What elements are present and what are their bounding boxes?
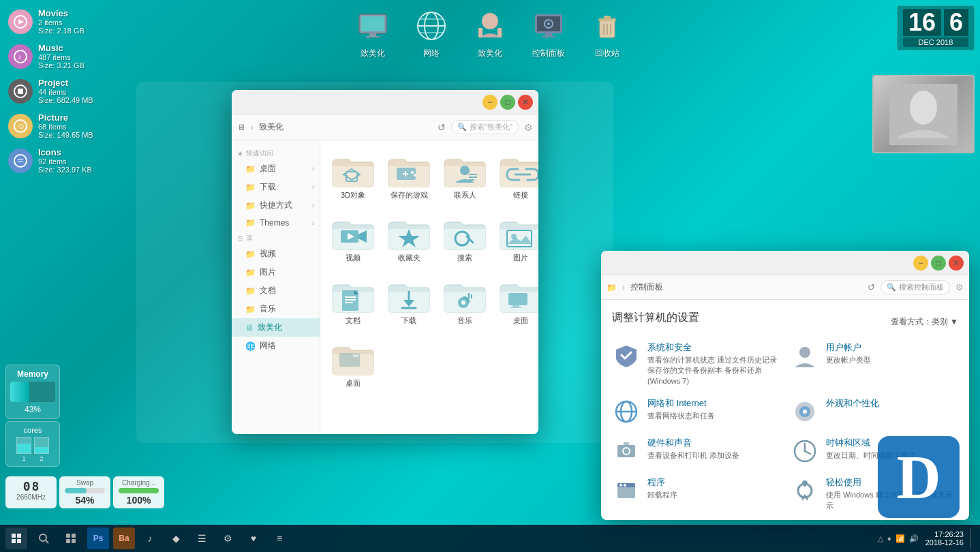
clock-day: 16 [903,9,941,36]
photo-placeholder [874,76,973,152]
cp-maximize-button[interactable]: □ [931,256,946,271]
sidebar-item-shortcuts[interactable]: 📁 快捷方式 › [232,196,320,215]
desktop-icon-zhimeihua2[interactable]: 致美化 [471,7,509,59]
cp-item-programs[interactable]: 程序 卸载程序 [612,476,780,511]
zhimeihua2-icon [471,7,509,45]
cp-item-appearance[interactable]: 外观和个性化 [791,397,958,426]
taskbar-icon5[interactable]: ☰ [191,527,213,549]
folder-music[interactable]: 音乐 [439,273,491,331]
fm-addressbar: 🖥 › 致美化 ↺ 🔍 搜索"致美化" ⚙ [232,114,538,140]
svg-rect-31 [604,16,611,18]
clock-widget: 16 6 DEC 2018 [897,5,975,50]
folder-links[interactable]: 链接 [495,147,538,206]
desktop-icon-zhimeihua1[interactable]: 致美化 [354,7,392,59]
cpu-widget: 0 8 2660MHz [5,476,57,508]
network-tray-icon: 📶 [895,534,905,543]
folder-icon-small5: 📁 [245,249,256,259]
fm-window: − □ ✕ 🖥 › 致美化 ↺ 🔍 搜索"致美化" ⚙ ★ 快速访问 📁 桌面 … [232,90,538,434]
taskbar-icon7[interactable]: ♥ [243,527,264,549]
fm-back-button[interactable]: ↺ [438,122,446,133]
folder-favorites[interactable]: 收藏夹 [383,210,435,269]
file-item-movies[interactable]: Movies 2 items Size: 2.18 GB [4,5,112,37]
sidebar-item-network[interactable]: 🌐 网络 [232,337,320,355]
fm-maximize-button[interactable]: □ [500,95,515,110]
desktop-icon-network[interactable]: 网络 [412,7,450,59]
file-item-project[interactable]: Project 44 items Size: 682.49 MB [4,75,112,107]
cp-item-system-security[interactable]: 系统和安全 查看你的计算机状态 通过文件历史记录保存你的文件备份副本 备份和还原… [612,341,780,386]
sidebar-item-docs[interactable]: 📁 文档 [232,281,320,300]
sidebar-item-desktop[interactable]: 📁 桌面 › [232,159,320,178]
svg-text:♪: ♪ [18,52,22,61]
svg-rect-69 [508,293,527,305]
fm-folder-grid: 3D对象 保存的游戏 [327,147,532,331]
folder-videos[interactable]: 视频 [327,210,379,269]
taskbar-ba-icon[interactable]: Ba [113,527,135,549]
folder-pictures[interactable]: 图片 [495,210,538,269]
cpu-freq: 2660MHz [11,493,51,501]
cp-item-network[interactable]: 网络和 Internet 查看网络状态和任务 [612,397,780,426]
svg-line-101 [46,540,48,543]
cp-item-user-accounts[interactable]: 用户帐户 更改帐户类型 [791,341,958,386]
sidebar-item-downloads[interactable]: 📁 下载 › [232,178,320,196]
folder-desktop2[interactable]: 桌面 [327,335,378,394]
sidebar-item-themes[interactable]: 📁 Themes › [232,215,320,231]
cp-options-button[interactable]: ⚙ [955,282,964,292]
folder-icon-small7: 📁 [245,286,256,296]
folder-downloads[interactable]: 下载 [383,273,435,331]
svg-point-74 [799,347,810,358]
cp-separator: › [622,283,625,292]
folder-desktop[interactable]: 桌面 [495,273,538,331]
folder-icon-small9: 🖥 [245,323,254,333]
sidebar-item-zhimeihua[interactable]: 🖥 致美化 [232,318,320,337]
taskbar-icon6[interactable]: ⚙ [217,527,239,549]
svg-rect-73 [353,354,358,357]
taskbar-app-icons: Ps Ba ♪ ◆ ☰ ⚙ ♥ ≡ [87,527,290,549]
show-desktop-button[interactable] [970,528,975,549]
cp-folder-icon: 📁 [607,283,617,292]
search-icon: 🔍 [457,123,467,132]
sidebar-item-images[interactable]: 📁 图片 [232,263,320,281]
desktop-icon-control-panel[interactable]: 控制面板 [530,7,568,59]
cp-refresh-button[interactable]: ↺ [868,282,875,292]
folder-3d[interactable]: 3D对象 [327,147,379,206]
swap-title: Swap [65,479,105,487]
cp-minimize-button[interactable]: − [913,256,928,271]
swap-bar [65,488,105,493]
shield-cp-icon [612,341,641,370]
folder-contacts[interactable]: 联系人 [439,147,491,206]
desktop-top-icons: 致美化 网络 致美化 [354,7,626,59]
folder-search[interactable]: 搜索 [439,210,491,269]
svg-rect-12 [361,16,384,31]
sidebar-item-music[interactable]: 📁 音乐 [232,300,320,318]
fm-close-button[interactable]: ✕ [518,95,533,110]
cp-item-hardware[interactable]: 硬件和声音 查看设备和打印机 添加设备 [612,437,780,465]
taskbar-icon4[interactable]: ◆ [165,527,187,549]
charging-title: Charging... [119,479,159,487]
taskbar-taskview-button[interactable] [60,527,82,549]
fm-minimize-button[interactable]: − [483,95,497,110]
taskbar-ps-icon[interactable]: Ps [87,527,109,549]
sidebar-item-videos[interactable]: 📁 视频 [232,245,320,263]
folder-music-icon [442,278,488,316]
start-button[interactable] [5,527,27,549]
file-item-icons[interactable]: Icons 92 items Size: 323.97 KB [4,144,112,177]
folder-pictures-icon [497,215,538,253]
fm-options-button[interactable]: ⚙ [524,122,533,133]
svg-point-44 [460,166,470,175]
taskbar-music-icon[interactable]: ♪ [139,527,161,549]
photo-widget [872,75,975,153]
chevron-down-icon[interactable]: ▼ [950,317,958,326]
cp-search-box[interactable]: 🔍 搜索控制面板 [881,280,950,294]
taskbar-search-button[interactable] [33,527,55,549]
taskbar-icon8[interactable]: ≡ [269,527,290,549]
fm-sidebar-section-lib: ☰ 库 [232,231,320,245]
cp-close-button[interactable]: ✕ [949,256,964,271]
folder-documents[interactable]: 文档 [327,273,379,331]
folder-games[interactable]: 保存的游戏 [383,147,435,206]
tray-icon2: ♦ [887,534,891,542]
file-item-music[interactable]: ♪ Music 487 items Size: 3.21 GB [4,40,112,72]
file-item-picture[interactable]: ☺ Picture 68 items Size: 149.65 MB [4,110,112,142]
desktop-icon-recycle-bin[interactable]: 回收站 [588,7,626,59]
fm-path-icon: 🖥 [237,123,245,132]
fm-search-box[interactable]: 🔍 搜索"致美化" [451,120,519,134]
